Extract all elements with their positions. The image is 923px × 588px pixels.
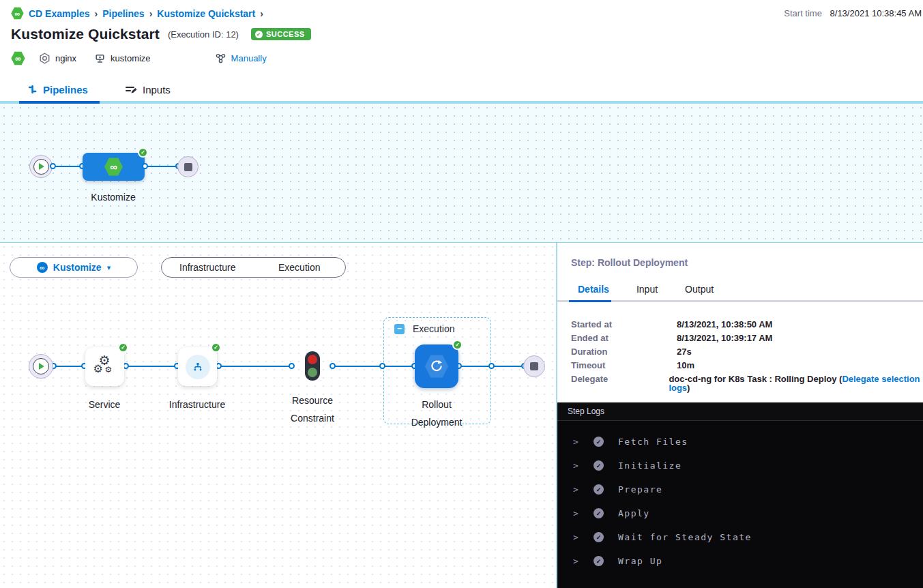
check-icon: ✓: [594, 532, 604, 542]
title-row: Kustomize Quickstart (Execution ID: 12) …: [11, 26, 311, 42]
cd-hexagon-icon: ∞: [11, 7, 24, 20]
tab-output[interactable]: Output: [685, 284, 714, 295]
play-icon: [39, 363, 44, 370]
active-tab-indicator: [19, 101, 100, 104]
tab-details[interactable]: Details: [578, 284, 609, 295]
chevron-right-icon: >: [573, 556, 594, 566]
tab-pipelines[interactable]: Pipelines: [27, 75, 88, 104]
step-details-panel: Step: Rollout Deployment Details Input O…: [557, 243, 923, 588]
stage-selector-dropdown[interactable]: ∞ Kustomize ▾: [10, 257, 138, 278]
chevron-right-icon: >: [573, 484, 594, 495]
breadcrumb-cd-examples[interactable]: CD Examples: [29, 8, 89, 19]
tab-input[interactable]: Input: [636, 284, 658, 295]
check-icon: ✓: [594, 508, 604, 518]
execution-canvas: ∞ Kustomize ▾ Infrastructure Execution –…: [0, 243, 557, 588]
detail-row: Timeout 10m: [571, 361, 923, 370]
success-check-icon: ✓: [138, 147, 148, 158]
caret-down-icon: ▾: [107, 263, 111, 272]
execution-group-label: Execution: [413, 323, 454, 334]
check-icon: ✓: [594, 460, 604, 471]
traffic-light-red: [308, 355, 317, 364]
service-icon: [39, 53, 50, 64]
detail-label: Delegate: [571, 374, 669, 392]
check-icon: ✓: [594, 437, 604, 447]
log-section-row[interactable]: > ✓ Apply: [557, 501, 923, 525]
detail-row: Started at 8/13/2021, 10:38:50 AM: [571, 320, 923, 329]
success-check-icon: ✓: [118, 342, 128, 353]
chevron-right-icon: >: [573, 437, 594, 447]
connector-line: [145, 166, 179, 167]
log-section-row[interactable]: > ✓ Prepare: [557, 477, 923, 501]
detail-row: Duration 27s: [571, 347, 923, 356]
chevron-right-icon: >: [573, 532, 594, 542]
stage-node-kustomize[interactable]: ∞ ✓: [83, 153, 145, 181]
cd-hexagon-icon: ∞: [104, 158, 123, 177]
chevron-right-icon: ›: [94, 8, 98, 19]
detail-row: Ended at 8/13/2021, 10:39:17 AM: [571, 334, 923, 342]
pipeline-stage-graph: ∞ ✓ Kustomize: [0, 104, 923, 243]
detail-value: 27s: [677, 347, 692, 356]
environment-icon: [94, 53, 106, 64]
step-logs-list: > ✓ Fetch Files > ✓ Initialize > ✓ Prepa…: [557, 421, 923, 573]
stage-selector-label: Kustomize: [53, 262, 102, 273]
detail-value: 8/13/2021, 10:39:17 AM: [677, 334, 772, 342]
execution-start-node: [29, 354, 53, 379]
step-node-resource-constraint[interactable]: [305, 351, 320, 381]
active-tab-indicator: [569, 300, 611, 302]
traffic-light-green: [308, 368, 317, 377]
pipeline-end-node: [177, 156, 199, 177]
success-check-icon: ✓: [452, 340, 463, 350]
infrastructure-icon: [192, 361, 204, 373]
breadcrumb-kustomize-quickstart[interactable]: Kustomize Quickstart: [157, 8, 255, 19]
main-tabbar: Pipelines Inputs: [0, 75, 923, 104]
detail-label: Started at: [571, 320, 677, 329]
execution-id: (Execution ID: 12): [168, 29, 239, 40]
view-toggle: Infrastructure Execution: [161, 257, 346, 278]
success-check-icon: ✓: [211, 342, 221, 353]
breadcrumb-pipelines[interactable]: Pipelines: [102, 8, 144, 19]
log-section-label: Wait for Steady State: [618, 532, 752, 542]
pipelines-tab-icon: [27, 84, 38, 95]
log-section-label: Prepare: [618, 484, 662, 495]
pipeline-execution-page: ∞ CD Examples › Pipelines › Kustomize Qu…: [0, 0, 923, 588]
step-label-resource-constraint: Resource Constraint: [278, 392, 347, 427]
toggle-execution[interactable]: Execution: [254, 262, 346, 273]
stop-icon: [530, 362, 538, 370]
pipeline-start-node: [29, 155, 53, 178]
step-node-service[interactable]: ⚙ ⚙ ⚙ ✓: [85, 347, 124, 386]
step-panel-title: Step: Rollout Deployment: [571, 257, 688, 268]
step-node-infrastructure[interactable]: ✓: [178, 347, 217, 386]
toggle-infrastructure[interactable]: Infrastructure: [162, 262, 254, 273]
log-section-row[interactable]: > ✓ Fetch Files: [557, 430, 923, 454]
tab-pipelines-label: Pipelines: [43, 84, 88, 95]
trigger-icon: [215, 53, 226, 64]
execution-group-header: – Execution: [394, 323, 454, 334]
log-section-label: Fetch Files: [618, 437, 688, 447]
trigger-manually-link[interactable]: Manually: [231, 53, 267, 63]
detail-value: doc-cd-ng for K8s Task : Rolling Deploy …: [669, 374, 923, 392]
log-section-row[interactable]: > ✓ Initialize: [557, 454, 923, 477]
chevron-right-icon: ›: [260, 8, 263, 19]
step-logs: Step Logs > ✓ Fetch Files > ✓ Initialize…: [557, 402, 923, 588]
connector-line: [218, 366, 292, 367]
step-details-table: Started at 8/13/2021, 10:38:50 AM Ended …: [571, 320, 923, 397]
log-section-row[interactable]: > ✓ Wait for Steady State: [557, 525, 923, 549]
stage-label: Kustomize: [72, 188, 154, 206]
environment-name: kustomize: [111, 53, 151, 63]
log-section-row[interactable]: > ✓ Wrap Up: [557, 549, 923, 573]
start-time-value: 8/13/2021 10:38:45 AM: [830, 8, 922, 18]
start-time: Start time 8/13/2021 10:38:45 AM: [784, 8, 922, 18]
tab-underline: [557, 300, 923, 302]
step-node-rollout-deployment[interactable]: ✓: [415, 344, 458, 388]
inputs-tab-icon: [125, 84, 137, 95]
detail-label: Timeout: [571, 361, 677, 370]
log-section-label: Wrap Up: [618, 556, 662, 566]
check-icon: ✓: [594, 556, 604, 566]
tab-inputs-label: Inputs: [143, 84, 171, 95]
tab-inputs[interactable]: Inputs: [125, 75, 171, 104]
meta-row: ∞ nginx kustomize Manually: [11, 51, 267, 65]
connector-line: [53, 366, 85, 367]
collapse-icon[interactable]: –: [394, 324, 405, 334]
play-icon: [39, 163, 44, 170]
connector-port: [289, 363, 295, 369]
